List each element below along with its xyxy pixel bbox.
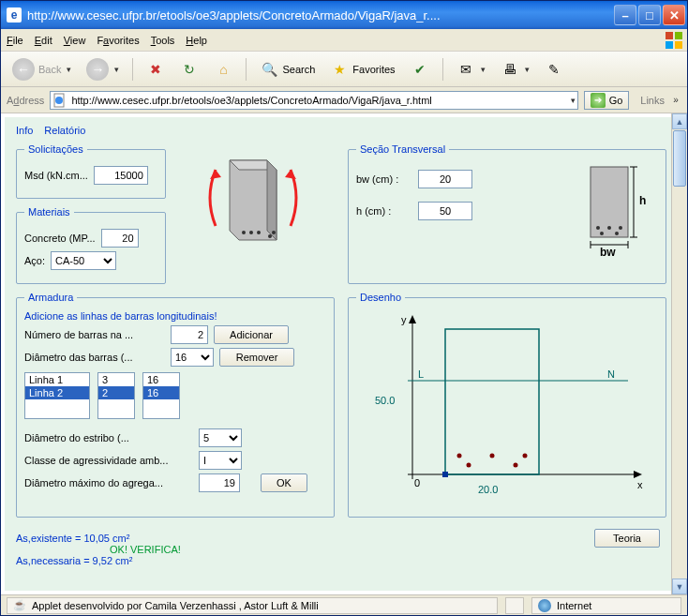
history-button[interactable]: ✔: [405, 56, 435, 83]
bw-input[interactable]: [418, 170, 472, 188]
info-link[interactable]: Info: [16, 125, 33, 136]
relatorio-link[interactable]: Relatório: [44, 125, 85, 136]
menu-tools[interactable]: Tools: [151, 35, 175, 46]
adicionar-button[interactable]: Adicionar: [214, 325, 289, 344]
svg-point-42: [490, 454, 495, 458]
agreg-input[interactable]: [199, 473, 240, 492]
url-input[interactable]: [67, 95, 568, 106]
svg-point-41: [457, 454, 462, 458]
classe-select[interactable]: I: [199, 451, 242, 470]
agreg-label: Diâmetro máximo do agrega...: [24, 477, 193, 488]
vertical-scrollbar[interactable]: ▲ ▼: [671, 113, 687, 594]
status-zone: Internet: [531, 597, 681, 614]
diambar-label: Diâmetro das barras (...: [24, 352, 165, 363]
armadura-lists: Linha 1 Linha 2 3 2 16 16: [24, 372, 326, 419]
forward-button[interactable]: → ▾: [81, 56, 125, 83]
results-text: As,existente = 10,05 cm² OK! VERIFICA! A…: [16, 533, 594, 566]
materiais-fieldset: Materiais Concreto (MP... Aço: CA-50: [16, 206, 166, 284]
menu-favorites[interactable]: Favorites: [97, 35, 139, 46]
status-main: ☕ Applet desenvolvido por Camila Verzenh…: [7, 597, 498, 614]
zone-text: Internet: [557, 600, 591, 611]
links-label[interactable]: Links: [635, 95, 665, 106]
diam-list[interactable]: 16 16: [142, 372, 180, 419]
scroll-up-arrow-icon[interactable]: ▲: [672, 113, 687, 129]
home-button[interactable]: ⌂: [208, 56, 238, 83]
scrollbar-thumb[interactable]: [673, 130, 686, 187]
solicitacoes-fieldset: Solicitações Msd (kN.cm...: [16, 143, 166, 199]
url-dropdown-icon[interactable]: ▾: [571, 96, 576, 105]
h-label: h (cm) :: [356, 205, 412, 217]
svg-rect-1: [675, 32, 682, 39]
concreto-input[interactable]: [101, 229, 139, 248]
maximize-button[interactable]: □: [638, 5, 661, 25]
left-top-panel: Solicitações Msd (kN.cm... Materiais Con…: [16, 143, 335, 284]
menu-help[interactable]: Help: [186, 35, 207, 46]
list-item[interactable]: Linha 1: [25, 373, 89, 386]
as-necessaria: As,necessaria = 9,52 cm²: [16, 555, 594, 566]
list-item[interactable]: 16: [143, 373, 179, 386]
list-item[interactable]: 2: [98, 386, 134, 399]
menu-view[interactable]: View: [64, 35, 86, 46]
svg-rect-3: [675, 41, 682, 49]
classe-label: Classe de agressividade amb...: [24, 455, 193, 466]
stop-icon: ✖: [146, 60, 165, 79]
stop-button[interactable]: ✖: [141, 56, 171, 83]
svg-text:L: L: [418, 368, 424, 380]
diambar-select[interactable]: 16: [171, 348, 214, 367]
estribo-select[interactable]: 5: [199, 428, 242, 447]
list-item[interactable]: Linha 2: [25, 386, 89, 399]
edit-button[interactable]: ✎: [539, 56, 569, 83]
applet-content: Info Relatório Solicitações Msd (kN.cm..…: [5, 117, 671, 591]
forward-arrow-icon: →: [86, 58, 109, 81]
numbar-input[interactable]: [171, 325, 208, 344]
svg-point-17: [596, 226, 600, 230]
aco-select[interactable]: CA-50: [51, 251, 116, 270]
svg-point-18: [607, 226, 611, 230]
teoria-button[interactable]: Teoria: [594, 529, 660, 548]
print-button[interactable]: 🖶▾: [495, 56, 535, 83]
separator: [132, 58, 133, 81]
msd-input[interactable]: [94, 166, 148, 185]
mail-button[interactable]: ✉▾: [451, 56, 491, 83]
close-button[interactable]: ✕: [663, 5, 685, 25]
minimize-button[interactable]: –: [614, 5, 636, 25]
star-icon: ★: [330, 60, 349, 79]
svg-text:h: h: [639, 194, 646, 207]
back-button[interactable]: ← Back ▾: [7, 56, 77, 83]
search-button[interactable]: 🔍Search: [254, 56, 321, 83]
favorites-label: Favorites: [352, 64, 395, 75]
remover-button[interactable]: Remover: [219, 348, 294, 367]
svg-rect-37: [445, 329, 539, 474]
ok-button[interactable]: OK: [261, 473, 307, 492]
status-cell-empty: [505, 597, 524, 614]
secao-fieldset: Seção Transversal bw (cm) : h (cm) :: [348, 143, 666, 284]
svg-text:0: 0: [414, 477, 420, 488]
back-arrow-icon: ←: [12, 58, 35, 81]
h-input[interactable]: [418, 202, 472, 220]
content-scroll: Info Relatório Solicitações Msd (kN.cm..…: [1, 113, 687, 594]
list-item[interactable]: 16: [143, 386, 179, 399]
desenho-fieldset: Desenho y x 0 L: [348, 292, 666, 518]
print-icon: 🖶: [501, 60, 519, 79]
scrollbar-track[interactable]: [672, 188, 687, 578]
refresh-button[interactable]: ↻: [174, 56, 204, 83]
materiais-legend: Materiais: [24, 206, 74, 218]
favorites-button[interactable]: ★Favorites: [324, 56, 400, 83]
separator: [442, 58, 443, 81]
go-button[interactable]: ➔ Go: [584, 91, 630, 110]
concreto-label: Concreto (MP...: [24, 233, 96, 244]
status-text: Applet desenvolvido por Camila Verzenhas…: [32, 600, 319, 611]
armadura-hint: Adicione as linhas de barras longitudina…: [24, 310, 326, 322]
titlebar: e http://www.cesec.ufpr.br/etools/oe3/ap…: [1, 1, 687, 29]
menu-edit[interactable]: Edit: [35, 35, 52, 46]
armadura-legend: Armadura: [24, 292, 77, 303]
address-input-group: ▾: [50, 91, 577, 110]
scroll-down-arrow-icon[interactable]: ▼: [672, 578, 687, 594]
list-item[interactable]: 3: [98, 373, 134, 386]
chevron-right-icon[interactable]: »: [670, 87, 681, 113]
nbar-list[interactable]: 3 2: [97, 372, 135, 419]
menu-file[interactable]: File: [7, 35, 23, 46]
desenho-legend: Desenho: [356, 292, 405, 303]
window-title: http://www.cesec.ufpr.br/etools/oe3/appl…: [27, 8, 614, 23]
linhas-list[interactable]: Linha 1 Linha 2: [24, 372, 90, 419]
